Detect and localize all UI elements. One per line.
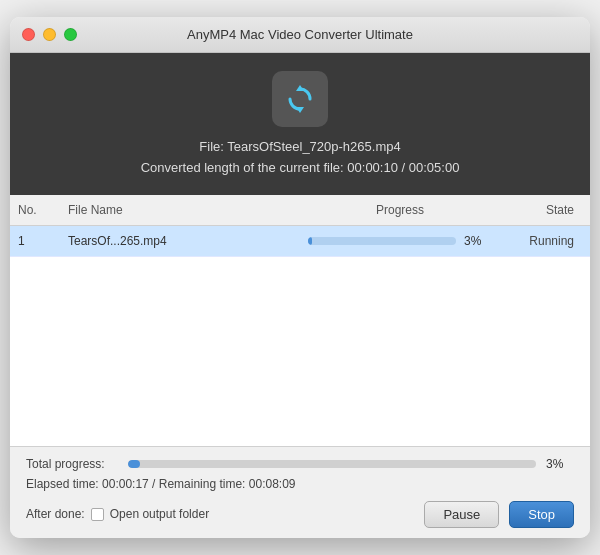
total-progress-bar: [128, 460, 536, 468]
open-output-checkbox[interactable]: [91, 508, 104, 521]
after-done-label: After done:: [26, 507, 85, 521]
minimize-button[interactable]: [43, 28, 56, 41]
pause-button[interactable]: Pause: [424, 501, 499, 528]
col-no: No.: [10, 201, 60, 219]
col-state: State: [500, 201, 590, 219]
footer-area: Total progress: 3% Elapsed time: 00:00:1…: [10, 446, 590, 538]
total-progress-label: Total progress:: [26, 457, 118, 471]
header-area: File: TearsOfSteel_720p-h265.mp4 Convert…: [10, 53, 590, 195]
header-file-info: File: TearsOfSteel_720p-h265.mp4 Convert…: [141, 137, 460, 179]
maximize-button[interactable]: [64, 28, 77, 41]
cell-state: Running: [500, 232, 590, 250]
table-header: No. File Name Progress State: [10, 195, 590, 226]
after-done-row: After done: Open output folder Pause Sto…: [26, 501, 574, 528]
total-progress-bar-fill: [128, 460, 140, 468]
col-filename: File Name: [60, 201, 300, 219]
title-bar: AnyMP4 Mac Video Converter Ultimate: [10, 17, 590, 53]
table-body: 1 TearsOf...265.mp4 3% Running: [10, 226, 590, 446]
row-progress-bar-fill: [308, 237, 312, 245]
total-progress-pct: 3%: [546, 457, 574, 471]
cell-no: 1: [10, 232, 60, 250]
file-label: File: TearsOfSteel_720p-h265.mp4: [141, 137, 460, 158]
traffic-lights: [22, 28, 77, 41]
col-progress: Progress: [300, 201, 500, 219]
cell-progress: 3%: [300, 234, 500, 248]
total-progress-row: Total progress: 3%: [26, 457, 574, 471]
stop-button[interactable]: Stop: [509, 501, 574, 528]
table-container: No. File Name Progress State 1 TearsOf..…: [10, 195, 590, 446]
elapsed-row: Elapsed time: 00:00:17 / Remaining time:…: [26, 477, 574, 491]
after-done-left: After done: Open output folder: [26, 507, 209, 521]
row-progress-pct: 3%: [464, 234, 492, 248]
converted-length-label: Converted length of the current file: 00…: [141, 158, 460, 179]
footer-buttons: Pause Stop: [424, 501, 574, 528]
open-output-label: Open output folder: [110, 507, 209, 521]
cell-filename: TearsOf...265.mp4: [60, 232, 300, 250]
close-button[interactable]: [22, 28, 35, 41]
row-progress-bar: [308, 237, 456, 245]
convert-icon: [272, 71, 328, 127]
app-window: AnyMP4 Mac Video Converter Ultimate File…: [10, 17, 590, 538]
window-title: AnyMP4 Mac Video Converter Ultimate: [187, 27, 413, 42]
table-row: 1 TearsOf...265.mp4 3% Running: [10, 226, 590, 257]
